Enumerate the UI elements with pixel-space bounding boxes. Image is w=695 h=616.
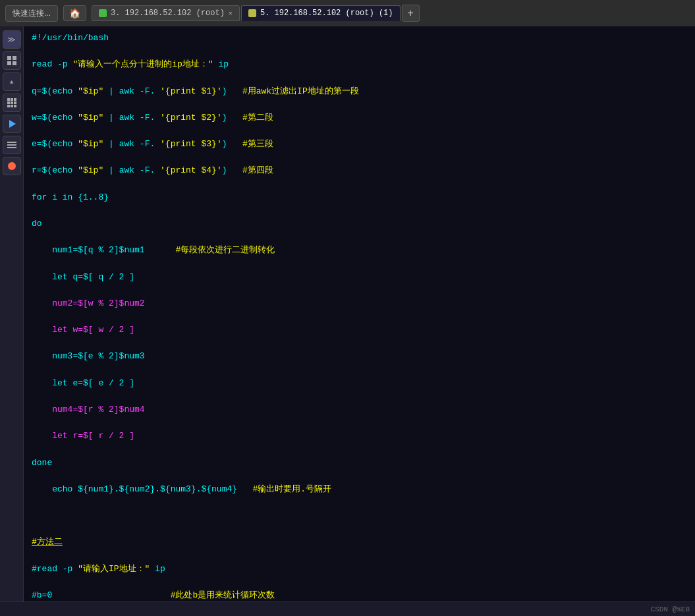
- svg-rect-9: [14, 101, 16, 104]
- line-10: let q=$[ q / 2 ]: [32, 271, 687, 284]
- line-6: r=$(echo "$ip" | awk -F. '{print $4}') #…: [32, 164, 687, 177]
- bottom-bar-text: CSDN @%EB: [651, 605, 690, 613]
- tab-2-icon: [248, 9, 256, 17]
- sidebar-grid-button[interactable]: [3, 94, 21, 112]
- title-bar-left: 快速连接... 🏠: [5, 5, 86, 22]
- sidebar-stack-button[interactable]: [3, 136, 21, 154]
- sidebar-nav-button[interactable]: ≫: [3, 30, 21, 49]
- svg-rect-3: [13, 61, 16, 65]
- line-11: num2=$[w % 2]$num2: [32, 297, 687, 310]
- line-9: num1=$[q % 2]$num1 #每段依次进行二进制转化: [32, 244, 687, 257]
- line-15: num4=$[r % 2]$num4: [32, 403, 687, 416]
- quick-connect-button[interactable]: 快速连接...: [5, 5, 58, 22]
- svg-marker-13: [9, 120, 16, 128]
- line-4: w=$(echo "$ip" | awk -F. '{print $2}') #…: [32, 111, 687, 125]
- svg-rect-16: [7, 147, 16, 148]
- tab-1-close[interactable]: ✕: [229, 9, 233, 17]
- svg-rect-0: [7, 56, 11, 60]
- svg-rect-14: [7, 142, 16, 143]
- line-19: [32, 509, 687, 522]
- line-12: let w=$[ w / 2 ]: [32, 323, 687, 337]
- svg-point-17: [8, 162, 16, 170]
- svg-rect-5: [11, 98, 13, 101]
- terminal-area[interactable]: #!/usr/bin/bash read -p "请输入一个点分十进制的ip地址…: [24, 26, 695, 602]
- svg-rect-7: [7, 101, 10, 104]
- svg-rect-11: [11, 105, 13, 107]
- tab-2[interactable]: 5. 192.168.52.102 (root) (1): [241, 5, 401, 21]
- line-14: let e=$[ e / 2 ]: [32, 377, 687, 390]
- tabs-area: 3. 192.168.52.102 (root) ✕ 5. 192.168.52…: [92, 5, 420, 22]
- line-5: e=$(echo "$ip" | awk -F. '{print $3}') #…: [32, 138, 687, 151]
- tab-1[interactable]: 3. 192.168.52.102 (root) ✕: [92, 5, 240, 21]
- home-button[interactable]: 🏠: [63, 5, 86, 21]
- line-17: done: [32, 457, 687, 470]
- sidebar-arrow-button[interactable]: [3, 115, 21, 133]
- tab-1-icon: [99, 9, 107, 17]
- line-1: #!/usr/bin/bash: [32, 32, 687, 45]
- sidebar-bookmark-button[interactable]: ★: [3, 72, 21, 91]
- bottom-bar: CSDN @%EB: [0, 602, 695, 616]
- svg-rect-6: [14, 98, 16, 101]
- sidebar-layout-button[interactable]: [3, 51, 21, 70]
- svg-rect-15: [7, 144, 16, 146]
- svg-rect-4: [7, 98, 10, 101]
- sidebar-circle-button[interactable]: [3, 157, 21, 175]
- line-18: echo ${num1}.${num2}.${num3}.${num4} #输出…: [32, 483, 687, 496]
- tab-2-label: 5. 192.168.52.102 (root) (1): [260, 9, 393, 18]
- line-16: let r=$[ r / 2 ]: [32, 430, 687, 443]
- line-7: for i in {1..8}: [32, 191, 687, 204]
- line-2: read -p "请输入一个点分十进制的ip地址：" ip: [32, 58, 687, 71]
- line-8: do: [32, 217, 687, 231]
- line-21: #read -p "请输入IP地址：" ip: [32, 563, 687, 576]
- tab-1-label: 3. 192.168.52.102 (root): [111, 9, 225, 18]
- svg-rect-8: [11, 101, 13, 104]
- svg-rect-10: [7, 105, 10, 107]
- line-20: #方法二: [32, 536, 687, 549]
- line-13: num3=$[e % 2]$num3: [32, 350, 687, 363]
- main-layout: ≫ ★ #!/usr/bin/bash read -p "请输入一个点分十进制的…: [0, 26, 695, 602]
- svg-rect-1: [13, 56, 16, 60]
- line-22: #b=0 #此处b是用来统计循环次数: [32, 589, 687, 602]
- svg-rect-2: [7, 61, 11, 65]
- line-3: q=$(echo "$ip" | awk -F. '{print $1}') #…: [32, 85, 687, 98]
- title-bar: 快速连接... 🏠 3. 192.168.52.102 (root) ✕ 5. …: [0, 0, 695, 26]
- new-tab-button[interactable]: +: [402, 5, 420, 22]
- sidebar: ≫ ★: [0, 26, 24, 602]
- terminal-content: #!/usr/bin/bash read -p "请输入一个点分十进制的ip地址…: [32, 32, 687, 602]
- svg-rect-12: [14, 105, 16, 107]
